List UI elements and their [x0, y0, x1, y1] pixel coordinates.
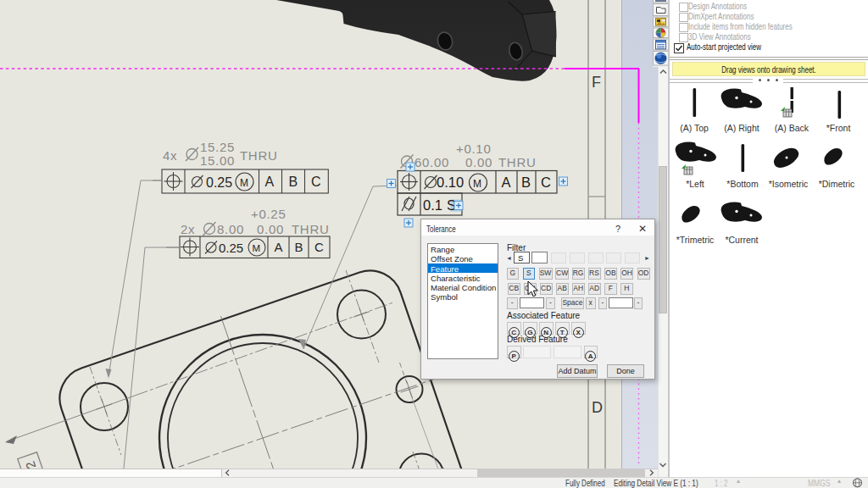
- svg-text:*Dimetric: *Dimetric: [819, 179, 855, 189]
- svg-text:A: A: [502, 175, 511, 190]
- svg-text:M: M: [473, 178, 481, 190]
- svg-text:B: B: [289, 175, 298, 189]
- svg-text:60.00: 60.00: [415, 155, 449, 169]
- svg-text:0.10: 0.10: [437, 175, 464, 190]
- svg-text:*Front: *Front: [826, 123, 851, 133]
- svg-text:0.00: 0.00: [257, 222, 284, 236]
- svg-text:*Bottom: *Bottom: [726, 179, 759, 189]
- svg-text:2x: 2x: [181, 222, 195, 236]
- svg-text:THRU: THRU: [498, 155, 536, 169]
- svg-text:B: B: [295, 240, 303, 254]
- svg-text:D: D: [592, 399, 603, 416]
- svg-text:F: F: [592, 74, 601, 91]
- svg-text:*Isometric: *Isometric: [769, 179, 809, 189]
- svg-text:(A) Right: (A) Right: [724, 123, 760, 133]
- svg-text:+0.25: +0.25: [251, 207, 286, 221]
- svg-text:A: A: [275, 240, 283, 254]
- svg-text:(A) Top: (A) Top: [680, 123, 709, 133]
- svg-text:M: M: [253, 243, 261, 253]
- svg-text:C: C: [311, 175, 321, 189]
- svg-text:15.00: 15.00: [200, 153, 235, 168]
- svg-text:(A) Back: (A) Back: [775, 123, 810, 133]
- svg-text:A: A: [265, 175, 275, 189]
- svg-text:B: B: [521, 175, 531, 190]
- svg-text:0.25: 0.25: [219, 241, 243, 255]
- svg-text:4x: 4x: [163, 148, 177, 163]
- svg-text:THRU: THRU: [292, 222, 329, 236]
- svg-text:M: M: [240, 177, 248, 189]
- svg-text:0.25: 0.25: [206, 175, 232, 190]
- svg-text:0.00: 0.00: [465, 155, 492, 169]
- svg-text:*Trimetric: *Trimetric: [676, 235, 715, 245]
- svg-text:15.25: 15.25: [200, 140, 235, 154]
- svg-text:+0.10: +0.10: [456, 141, 491, 156]
- svg-text:0.1: 0.1: [423, 197, 442, 213]
- svg-text:C: C: [541, 175, 551, 190]
- svg-text:THRU: THRU: [240, 148, 277, 163]
- svg-text:C: C: [314, 240, 324, 254]
- svg-text:*Current: *Current: [725, 235, 758, 245]
- svg-text:*Left: *Left: [686, 179, 704, 189]
- svg-text:8.00: 8.00: [217, 222, 244, 236]
